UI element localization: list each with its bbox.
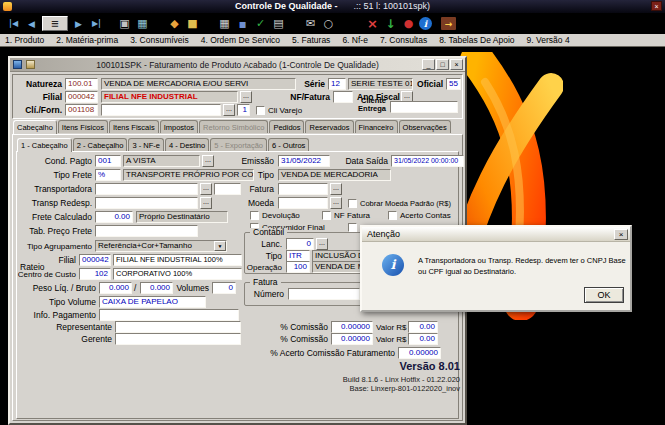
tab-1[interactable]: Cabeçalho: [13, 120, 57, 134]
valor1-field[interactable]: 0.00: [408, 321, 438, 333]
info-button[interactable]: i: [419, 17, 432, 30]
nf-fatura-checkbox[interactable]: [322, 211, 331, 220]
tab-4[interactable]: Impostos: [160, 120, 198, 133]
data-saida-field[interactable]: 31/05/2022 00:00:00: [391, 155, 464, 167]
centro-custo-desc-field[interactable]: CORPORATIVO 100%: [113, 268, 242, 280]
calculator-button[interactable]: ▦: [217, 16, 232, 31]
numero-field[interactable]: [288, 288, 360, 300]
rateio-filial-desc-field[interactable]: FILIAL NFE INDUSTRIAL 100%: [113, 254, 242, 266]
subtab-3[interactable]: 3 - NF-e: [128, 138, 164, 151]
transportadora-field[interactable]: [95, 183, 198, 195]
stop-button[interactable]: ●: [401, 16, 416, 31]
camera-button[interactable]: ▣: [117, 16, 132, 31]
save-button[interactable]: ▪: [235, 16, 250, 31]
cli-forn-code-field[interactable]: 001108: [65, 104, 98, 116]
oficial-field[interactable]: 55: [446, 78, 461, 90]
form-restore-button[interactable]: □: [436, 59, 449, 70]
serie-code-field[interactable]: 12: [328, 78, 346, 90]
menu-item-6[interactable]: 6. Nf-e: [342, 35, 368, 45]
menu-item-1[interactable]: 1. Produto: [5, 35, 44, 45]
fatura-lookup-button[interactable]: ...: [330, 183, 342, 195]
ok-button[interactable]: OK: [584, 287, 624, 303]
natureza-code-field[interactable]: 100.01: [65, 78, 98, 90]
cond-pagto-code-field[interactable]: 001: [95, 155, 121, 167]
volumes-field[interactable]: 0: [212, 282, 236, 294]
cli-forn-desc-field[interactable]: [101, 104, 221, 116]
representante-field[interactable]: [115, 321, 241, 333]
print-button[interactable]: ▤: [271, 16, 286, 31]
cli-forn-seq-field[interactable]: 1: [237, 104, 250, 116]
menu-item-8[interactable]: 8. Tabelas De Apoio: [439, 35, 514, 45]
frete-tipo-field[interactable]: Próprio Destinatário: [136, 211, 228, 223]
window-titlebar[interactable]: Controle De Qualidade -.:: 51 l: 100101s…: [0, 0, 665, 13]
lanc-field[interactable]: 0: [286, 238, 314, 250]
frete-calculado-field[interactable]: 0.00: [95, 211, 133, 223]
info-pagamento-field[interactable]: [99, 309, 239, 321]
search-button[interactable]: ○: [321, 16, 336, 31]
first-record-button[interactable]: |◀: [6, 16, 21, 31]
cli-varejo-checkbox[interactable]: [256, 106, 265, 115]
menu-item-2[interactable]: 2. Matéria-prima: [56, 35, 118, 45]
window-close-button[interactable]: ×: [651, 1, 662, 11]
subtab-1[interactable]: 1 - Cabeçalho: [17, 138, 72, 152]
subtab-4[interactable]: 4 - Destino: [165, 138, 209, 151]
devolucao-checkbox[interactable]: [250, 211, 259, 220]
emissao-field[interactable]: 31/05/2022: [278, 155, 330, 167]
peso-bruto-field[interactable]: 0.000: [140, 282, 173, 294]
tipo-frete-code-field[interactable]: %: [95, 169, 121, 181]
cobrar-moeda-checkbox[interactable]: [348, 199, 357, 208]
cancel-button[interactable]: ×: [365, 16, 380, 31]
tab-6[interactable]: Pedidos: [269, 120, 304, 133]
nota-complementar-checkbox[interactable]: [348, 223, 357, 232]
subtab-5[interactable]: 5 - Exportação: [210, 138, 267, 151]
gerente-field[interactable]: [115, 333, 241, 345]
peso-liq-field[interactable]: 0.000: [99, 282, 132, 294]
tab-9[interactable]: Observações: [399, 120, 451, 133]
operacao-code-field[interactable]: 100: [286, 261, 310, 273]
tab-preco-frete-field[interactable]: [95, 225, 198, 237]
subtab-2[interactable]: 2 - Cabeçalho: [73, 138, 128, 151]
tipo-agrupamento-dropdown-button[interactable]: ▼: [214, 241, 226, 251]
serie-desc-field[interactable]: SERIE TESTE 01.1: [348, 78, 413, 90]
menu-item-5[interactable]: 5. Faturas: [292, 35, 330, 45]
lanc-lookup-button[interactable]: ...: [316, 238, 328, 250]
filial-lookup-button[interactable]: ...: [240, 91, 252, 103]
dialog-titlebar[interactable]: Atenção ×: [362, 227, 630, 242]
confirm-button[interactable]: ✓: [253, 16, 268, 31]
export-button[interactable]: ↓: [383, 16, 398, 31]
natureza-desc-field[interactable]: VENDA DE MERCADORIA E/OU SERVI: [101, 78, 296, 90]
last-record-button[interactable]: ▶|: [89, 16, 104, 31]
acerto-comissao-field[interactable]: 0.00000: [398, 347, 441, 359]
picture-button[interactable]: ▦: [135, 16, 150, 31]
exit-button[interactable]: →: [441, 17, 456, 30]
form-minimize-button[interactable]: _: [422, 59, 435, 70]
previous-record-button[interactable]: ◀: [24, 16, 39, 31]
form-close-button[interactable]: ×: [450, 59, 463, 70]
cli-forn-lookup-button[interactable]: ...: [223, 104, 235, 116]
comissao2-field[interactable]: 0.00000: [331, 333, 373, 345]
menu-item-3[interactable]: 3. Consumíveis: [130, 35, 189, 45]
cond-pagto-desc-field[interactable]: A VISTA: [123, 155, 200, 167]
filial-code-field[interactable]: 000042: [65, 91, 98, 103]
rateio-filial-code-field[interactable]: 000042: [79, 254, 111, 266]
valor2-field[interactable]: 0.00: [408, 333, 438, 345]
mail-button[interactable]: ✉: [303, 16, 318, 31]
dialog-close-button[interactable]: ×: [614, 229, 628, 240]
moeda-lookup-button[interactable]: ...: [330, 197, 342, 209]
records-list-button[interactable]: ≡: [42, 16, 68, 31]
bookmark-button[interactable]: ◆: [167, 16, 182, 31]
tipo-volume-field[interactable]: CAIXA DE PAPELAO: [99, 296, 206, 308]
moeda-field[interactable]: [278, 197, 328, 209]
subtab-6[interactable]: 6 - Outros: [268, 138, 309, 151]
folder-button[interactable]: ■: [185, 16, 200, 31]
comissao1-field[interactable]: 0.00000: [331, 321, 373, 333]
acerto-contas-checkbox[interactable]: [388, 211, 397, 220]
transp-redesp-field[interactable]: [95, 197, 198, 209]
tipo-field[interactable]: VENDA DE MERCADORIA: [278, 169, 391, 181]
form-window-titlebar[interactable]: 100101SPK - Faturamento de Produto Acaba…: [10, 58, 465, 72]
tab-8[interactable]: Financeiro: [355, 120, 398, 133]
next-record-button[interactable]: ▶: [71, 16, 86, 31]
centro-custo-code-field[interactable]: 102: [79, 268, 111, 280]
tab-3[interactable]: Itens Fiscais: [109, 120, 159, 133]
menu-item-7[interactable]: 7. Consultas: [380, 35, 427, 45]
